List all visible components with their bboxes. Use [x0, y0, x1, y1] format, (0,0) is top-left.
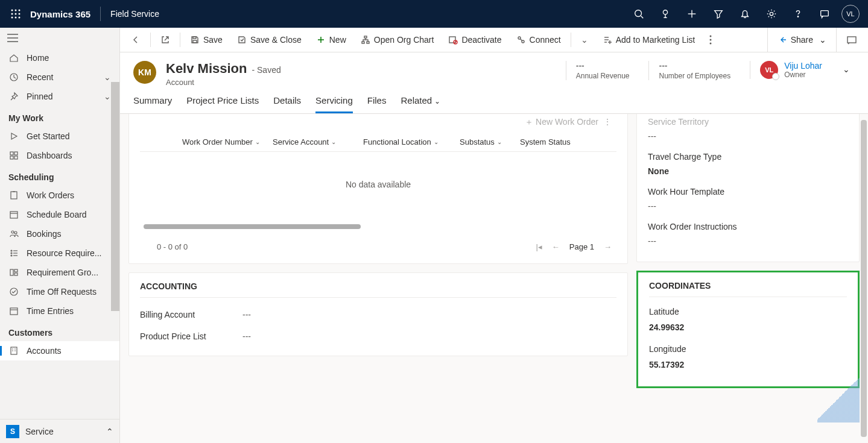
deactivate-button[interactable]: Deactivate	[441, 28, 508, 52]
tab-details[interactable]: Details	[273, 95, 301, 113]
assistant-button[interactable]	[652, 0, 679, 28]
header-field-employees[interactable]: --- Number of Employees	[648, 61, 740, 80]
sidebar-item-accounts[interactable]: Accounts	[0, 341, 119, 360]
sidebar-item-bookings[interactable]: Bookings	[0, 224, 119, 243]
svg-rect-43	[10, 308, 17, 315]
grid-header-row: Work Order Number⌄ Service Account⌄ Func…	[140, 133, 616, 152]
chevron-down-icon: ⌄	[434, 97, 440, 105]
back-button[interactable]	[124, 28, 148, 52]
sidebar-section-scheduling: Scheduling	[0, 165, 119, 186]
area-switcher[interactable]: S Service ⌃	[0, 419, 119, 443]
add-button[interactable]	[679, 0, 705, 28]
filter-button[interactable]	[705, 0, 732, 28]
sidebar-item-requirement-groups[interactable]: Requirement Gro...	[0, 263, 119, 282]
clock-icon	[8, 72, 19, 82]
field-work-hour-template[interactable]: Work Hour Template ---	[648, 183, 848, 218]
sidebar-item-dashboards[interactable]: Dashboards	[0, 146, 119, 165]
app-name-label[interactable]: Field Service	[110, 9, 159, 19]
save-close-button[interactable]: Save & Close	[230, 28, 309, 52]
chevron-up-icon: ⌃	[106, 427, 113, 436]
svg-rect-50	[193, 40, 197, 43]
user-avatar[interactable]: VL	[841, 5, 860, 23]
save-button[interactable]: Save	[183, 28, 230, 52]
form-content: ＋New Work Order ⋮ Work Order Number⌄ Ser…	[120, 114, 868, 443]
add-to-marketing-list-button[interactable]: Add to Marketing List	[595, 28, 703, 52]
field-longitude[interactable]: Longitude 55.17392	[649, 341, 847, 378]
tab-project-price-lists[interactable]: Project Price Lists	[186, 95, 259, 113]
field-service-territory[interactable]: Service Territory ---	[648, 114, 848, 148]
new-work-order-button[interactable]: ＋New Work Order	[525, 117, 598, 128]
content-scrollbar[interactable]	[861, 120, 867, 437]
field-work-order-instructions[interactable]: Work Order Instructions ---	[648, 218, 848, 253]
open-org-chart-button[interactable]: Open Org Chart	[353, 28, 442, 52]
sidebar-item-time-off[interactable]: Time Off Requests	[0, 282, 119, 301]
app-launcher-button[interactable]	[5, 3, 27, 25]
svg-rect-25	[14, 152, 17, 155]
dashboard-icon	[8, 151, 19, 160]
sidebar-section-mywork: My Work	[0, 106, 119, 127]
sidebar-item-pinned[interactable]: Pinned ⌄	[0, 87, 119, 106]
sidebar-scrollbar[interactable]	[111, 82, 119, 311]
owner-avatar: VL	[760, 61, 778, 79]
svg-point-67	[710, 36, 712, 37]
column-header-substatus[interactable]: Substatus⌄	[454, 137, 514, 146]
help-button[interactable]	[785, 0, 811, 28]
column-header-system-status[interactable]: System Status	[514, 137, 580, 146]
pager-first-button[interactable]: |◂	[531, 242, 546, 251]
svg-point-7	[15, 17, 17, 19]
new-button[interactable]: New	[309, 28, 353, 52]
overflow-button[interactable]	[702, 28, 719, 52]
timeoff-icon	[8, 287, 19, 297]
svg-point-69	[710, 43, 712, 45]
more-vertical-icon	[709, 35, 712, 45]
column-header-service-account[interactable]: Service Account⌄	[267, 137, 357, 146]
settings-button[interactable]	[758, 0, 785, 28]
tab-servicing[interactable]: Servicing	[315, 95, 353, 113]
side-panel-button[interactable]	[839, 28, 864, 52]
pager-next-button[interactable]: →	[599, 242, 616, 251]
svg-point-32	[14, 231, 17, 234]
column-header-functional-location[interactable]: Functional Location⌄	[357, 137, 454, 146]
chat-button[interactable]	[811, 0, 838, 28]
svg-rect-40	[14, 269, 17, 272]
sidebar-item-schedule-board[interactable]: Schedule Board	[0, 205, 119, 224]
area-badge: S	[6, 425, 19, 438]
owner-name-link[interactable]: Viju Lohar	[784, 61, 822, 71]
tab-files[interactable]: Files	[367, 95, 387, 113]
grid-horizontal-scrollbar[interactable]	[140, 224, 616, 229]
subgrid-more-button[interactable]: ⋮	[598, 117, 616, 128]
sidebar-item-resource-requirements[interactable]: Resource Require...	[0, 243, 119, 263]
popout-button[interactable]	[153, 28, 177, 52]
header-field-owner[interactable]: VL Viju Lohar Owner	[750, 61, 828, 79]
sidebar-item-home[interactable]: Home	[0, 48, 119, 68]
sidebar-item-recent[interactable]: Recent ⌄	[0, 68, 119, 87]
svg-point-17	[770, 12, 773, 15]
notifications-button[interactable]	[732, 0, 758, 28]
svg-point-18	[797, 16, 798, 17]
svg-point-60	[518, 37, 521, 39]
field-travel-charge-type[interactable]: Travel Charge Type None	[648, 148, 848, 183]
sidebar-toggle-button[interactable]	[7, 34, 22, 42]
search-button[interactable]	[626, 0, 652, 28]
sidebar-label: Resource Require...	[27, 248, 102, 258]
sidebar-label: Work Orders	[27, 190, 74, 200]
popout-icon	[160, 35, 170, 45]
chevron-down-icon: ⌄	[497, 139, 502, 145]
sidebar-item-get-started[interactable]: Get Started	[0, 127, 119, 146]
tab-summary[interactable]: Summary	[133, 95, 172, 113]
field-latitude[interactable]: Latitude 24.99632	[649, 303, 847, 341]
sidebar-item-time-entries[interactable]: Time Entries	[0, 301, 119, 321]
header-field-annual-revenue[interactable]: --- Annual Revenue	[566, 61, 639, 80]
grid-empty-message: No data available	[140, 152, 616, 217]
connect-dropdown-button[interactable]: ⌄	[574, 28, 595, 52]
sidebar-label: Time Off Requests	[27, 287, 97, 297]
header-expand-button[interactable]: ⌄	[838, 61, 855, 78]
tab-related[interactable]: Related⌄	[401, 95, 440, 113]
sidebar-item-work-orders[interactable]: Work Orders	[0, 186, 119, 205]
field-product-price-list[interactable]: Product Price List ---	[140, 325, 616, 347]
share-button[interactable]: Share⌄	[770, 28, 834, 52]
pager-prev-button[interactable]: ←	[547, 242, 565, 251]
column-header-work-order-number[interactable]: Work Order Number⌄	[176, 137, 267, 146]
connect-button[interactable]: Connect	[509, 28, 568, 52]
field-billing-account[interactable]: Billing Account ---	[140, 304, 616, 325]
